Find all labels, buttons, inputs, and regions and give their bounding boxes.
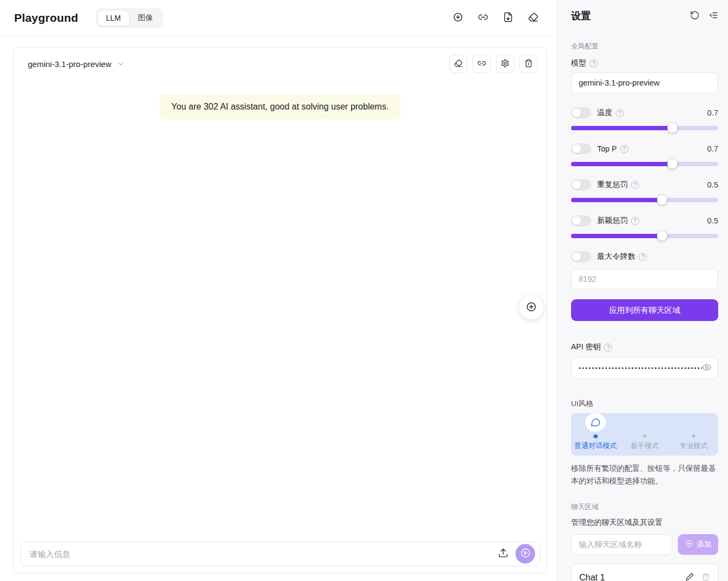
collapse-panel-button[interactable] (708, 10, 718, 22)
eraser-icon (528, 12, 538, 24)
frequency-penalty-toggle[interactable] (571, 179, 591, 190)
help-icon[interactable] (620, 145, 628, 153)
copy-link-button[interactable] (472, 55, 491, 73)
ui-style-option-label: 普通对话模式 (574, 441, 617, 451)
header-actions (448, 8, 543, 28)
upload-icon (498, 548, 508, 560)
chat-input[interactable] (29, 549, 494, 559)
max-tokens-label: 最大令牌数 (597, 252, 635, 262)
active-dot (593, 434, 598, 438)
chevron-down-icon (117, 60, 125, 68)
eye-icon (702, 362, 712, 374)
slider-thumb[interactable] (657, 195, 668, 205)
help-icon[interactable] (631, 181, 639, 189)
clear-all-button[interactable] (523, 8, 543, 28)
upload-button[interactable] (494, 544, 512, 563)
help-icon[interactable] (639, 253, 647, 261)
help-icon[interactable] (604, 343, 612, 352)
add-chat-area-row: 添加 (571, 534, 718, 555)
pencil-icon (685, 572, 694, 581)
tab-image[interactable]: 图像 (130, 10, 161, 26)
slider-thumb[interactable] (668, 123, 678, 133)
system-prompt-message[interactable]: You are 302 AI assistant, good at solvin… (160, 94, 401, 119)
inactive-dot (643, 434, 646, 438)
model-field-label: 模型 (571, 58, 718, 68)
collapse-panel-icon (708, 10, 718, 22)
inactive-dot (692, 434, 695, 438)
edit-chat-area-button[interactable] (685, 572, 694, 581)
export-button[interactable] (498, 8, 518, 28)
add-chat-area-button[interactable]: 添加 (678, 534, 718, 555)
chat-areas-label: 聊天区域 (571, 503, 718, 512)
help-icon[interactable] (590, 59, 598, 68)
ui-style-label: UI风格 (571, 399, 718, 409)
ui-style-option-label: 新手模式 (630, 441, 659, 451)
chat-panel: gemini-3.1-pro-preview You are 302 AI (13, 47, 547, 573)
slider-thumb[interactable] (657, 231, 668, 241)
eraser-icon (454, 59, 463, 69)
top-p-value: 0.7 (707, 144, 718, 153)
share-link-button[interactable] (473, 8, 493, 28)
clear-chat-button[interactable] (449, 55, 468, 73)
frequency-penalty-slider[interactable] (571, 195, 718, 205)
apply-to-all-button[interactable]: 应用到所有聊天区域 (571, 299, 718, 321)
add-button-label: 添加 (697, 540, 712, 549)
ui-style-option-beginner[interactable]: 新手模式 (620, 413, 669, 456)
api-key-label-text: API 密钥 (571, 342, 600, 352)
chat-bubble-icon (585, 413, 606, 432)
trash-icon (702, 573, 710, 581)
play-circle-icon (520, 547, 531, 560)
settings-title: 设置 (571, 9, 591, 22)
file-download-icon (503, 12, 513, 24)
plus-circle-icon (453, 12, 463, 24)
chat-input-bar (20, 541, 540, 566)
add-message-button[interactable] (519, 295, 543, 319)
param-top-p: Top P 0.7 (571, 142, 718, 170)
trash-icon (524, 59, 533, 69)
presence-penalty-label: 新颖惩罚 (597, 216, 628, 226)
settings-panel: 设置 全局配置 模型 温度 0.7 Top P (557, 0, 728, 581)
api-key-field[interactable]: •••••••••••••••••••••••••••••••••••••• (571, 357, 718, 379)
delete-chat-area-button[interactable] (702, 573, 710, 581)
add-chat-button[interactable] (448, 8, 468, 28)
chat-settings-button[interactable] (496, 55, 514, 73)
top-p-toggle[interactable] (571, 143, 591, 154)
ui-style-selector: 普通对话模式 新手模式 专业模式 (571, 413, 718, 456)
help-icon[interactable] (616, 109, 624, 117)
toggle-key-visibility-button[interactable] (702, 362, 712, 374)
delete-chat-button[interactable] (519, 55, 538, 73)
max-tokens-toggle[interactable] (571, 251, 591, 262)
help-icon[interactable] (631, 217, 639, 225)
presence-penalty-slider[interactable] (571, 231, 718, 241)
send-button[interactable] (515, 544, 535, 564)
ui-style-option-pro[interactable]: 专业模式 (669, 413, 718, 456)
chat-area-card: Chat 1 gemini-3.1-pro-preview (571, 564, 718, 581)
temperature-slider[interactable] (571, 123, 718, 134)
top-header: Playground LLM 图像 (0, 0, 557, 36)
param-max-tokens: 最大令牌数 (571, 250, 718, 289)
frequency-penalty-label: 重复惩罚 (597, 180, 628, 190)
top-p-slider[interactable] (571, 159, 718, 170)
playground-main: Playground LLM 图像 gemini-3.1-pro-preview (0, 0, 557, 581)
temperature-value: 0.7 (707, 108, 718, 117)
message-area: You are 302 AI assistant, good at solvin… (14, 80, 547, 535)
chat-area-title: Chat 1 (579, 573, 605, 581)
api-key-masked-value: •••••••••••••••••••••••••••••••••••••• (579, 365, 702, 371)
plus-circle-icon (685, 540, 693, 549)
max-tokens-input[interactable] (571, 269, 718, 289)
chat-actions (449, 55, 538, 73)
link-icon (477, 59, 486, 69)
ui-style-option-normal[interactable]: 普通对话模式 (571, 413, 620, 456)
presence-penalty-value: 0.5 (707, 216, 718, 225)
param-frequency-penalty: 重复惩罚 0.5 (571, 178, 718, 205)
presence-penalty-toggle[interactable] (571, 215, 591, 226)
model-selector[interactable]: gemini-3.1-pro-preview (28, 59, 125, 69)
page-title: Playground (14, 11, 78, 25)
reset-settings-button[interactable] (690, 10, 700, 22)
temperature-toggle[interactable] (571, 107, 591, 118)
chat-area-name-input[interactable] (571, 534, 672, 555)
tab-llm[interactable]: LLM (98, 10, 130, 26)
slider-thumb[interactable] (668, 159, 678, 169)
ui-style-option-label: 专业模式 (680, 441, 708, 451)
model-input[interactable] (571, 72, 718, 93)
